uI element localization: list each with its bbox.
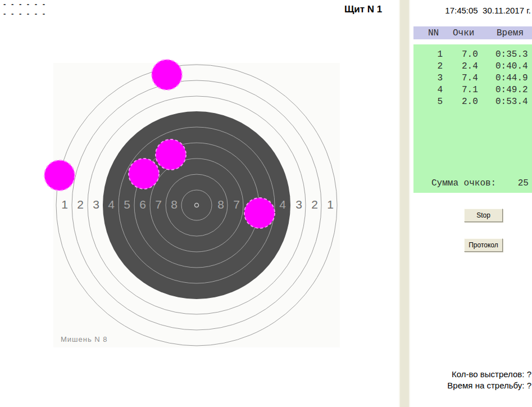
row-time: 0:49.2 (495, 85, 528, 95)
ring-number: 6 (139, 198, 146, 211)
shooting-time-label: Время на стрельбу: ? (393, 380, 531, 391)
ring-number: 2 (311, 198, 318, 211)
row-score: 7.4 (462, 73, 478, 83)
score-sum: Сумма очков: 25 (431, 178, 529, 188)
table-row: 4 7.1 0:49.2 (413, 85, 532, 97)
ring-number: 8 (171, 198, 178, 211)
row-nn: 1 (434, 49, 443, 60)
row-time: 0:40.4 (495, 61, 528, 71)
panel-divider (399, 0, 410, 407)
ring-number: 1 (327, 198, 334, 211)
table-row: 2 2.4 0:40.4 (413, 61, 532, 73)
ring-number: 7 (155, 198, 162, 211)
ring-number: 5 (124, 198, 130, 211)
ring-number: 1 (61, 198, 68, 211)
ring-number: 7 (233, 198, 240, 211)
datetime-display: 17:45:05 30.11.2017 г. (410, 6, 531, 15)
row-score: 2.0 (462, 97, 478, 107)
ring-number: 2 (77, 198, 84, 211)
results-panel: 1 7.0 0:35.3 2 2.4 0:40.4 3 7.4 0:44.9 4… (413, 44, 532, 193)
table-row: 1 7.0 0:35.3 (413, 49, 532, 61)
ring-number: 3 (93, 198, 99, 211)
row-score: 2.4 (462, 61, 478, 71)
shot-marker (129, 159, 159, 189)
results-table-header: NN Очки Время (413, 26, 532, 39)
table-row: 5 2.0 0:53.4 (413, 97, 532, 108)
ring-number: 4 (108, 198, 115, 211)
shot-marker (44, 160, 75, 191)
row-nn: 2 (434, 61, 443, 71)
row-score: 7.1 (462, 85, 478, 95)
table-row: 3 7.4 0:44.9 (413, 73, 532, 85)
shot-marker (152, 60, 182, 90)
row-nn: 3 (434, 73, 443, 83)
ring-number: 8 (217, 198, 224, 211)
ring-number: 3 (295, 198, 302, 211)
row-time: 0:35.3 (495, 49, 528, 60)
shot-marker (156, 139, 186, 170)
ring-number: 4 (279, 198, 286, 211)
row-time: 0:53.4 (495, 97, 528, 107)
target-area: 1234567887654321 Мишень N 8 (0, 0, 399, 407)
shot-count-label: Кол-во выстрелов: ? (393, 369, 531, 380)
protocol-button[interactable]: Протокол (464, 238, 503, 252)
target-label: Мишень N 8 (61, 335, 108, 343)
shot-marker (244, 198, 275, 228)
row-score: 7.0 (462, 49, 478, 60)
row-time: 0:44.9 (495, 73, 528, 83)
column-header-time: Время (497, 28, 524, 38)
target-rings-graphic: 1234567887654321 (0, 0, 399, 407)
stop-button[interactable]: Stop (464, 209, 503, 222)
column-header-score: Очки (453, 28, 474, 38)
session-settings: Кол-во выстрелов: ? Время на стрельбу: ? (393, 369, 531, 391)
row-nn: 5 (434, 97, 443, 107)
column-header-nn: NN (428, 28, 439, 38)
row-nn: 4 (434, 85, 443, 95)
